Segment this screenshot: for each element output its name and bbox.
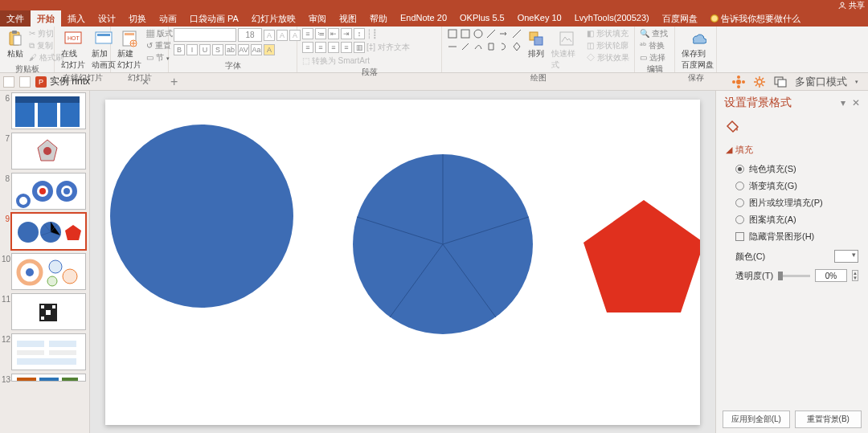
opt-hide-bg-graphics[interactable]: 隐藏背景图形(H) xyxy=(726,228,858,245)
transparency-value[interactable]: 0% xyxy=(815,269,847,282)
tab-pocket-pa[interactable]: 口袋动画 PA xyxy=(183,10,245,27)
online-slides-button[interactable]: HOT 在线 幻灯片 xyxy=(59,28,87,72)
new-slide-button[interactable]: 新建 幻灯片 xyxy=(116,28,143,72)
shadow-button: ab xyxy=(225,44,236,55)
fill-section-header[interactable]: ◢ 填充 xyxy=(726,144,858,156)
tab-insert[interactable]: 插入 xyxy=(61,10,92,27)
slide[interactable] xyxy=(105,100,700,425)
opt-solid-fill[interactable]: 纯色填充(S) xyxy=(726,161,858,178)
checkbox-icon xyxy=(735,232,744,241)
svg-point-21 xyxy=(757,80,762,84)
panel-dropdown-button[interactable]: ▾ xyxy=(841,97,845,108)
window-icon[interactable] xyxy=(774,76,787,88)
color-label: 颜色(C) xyxy=(735,251,765,263)
svg-rect-54 xyxy=(39,378,59,382)
close-tab-button[interactable]: ✕ xyxy=(141,76,149,88)
thumbnail-10[interactable] xyxy=(11,253,86,290)
flower-icon[interactable] xyxy=(732,76,745,88)
opt-gradient-fill[interactable]: 渐变填充(G) xyxy=(726,178,858,194)
tab-slideshow[interactable]: 幻灯片放映 xyxy=(245,10,302,27)
shape-pentagon[interactable] xyxy=(583,200,700,312)
svg-rect-49 xyxy=(49,341,76,347)
tab-lvyh[interactable]: LvyhTools(200523) xyxy=(568,10,656,27)
svg-point-34 xyxy=(18,195,29,206)
paste-icon xyxy=(6,30,24,47)
new-tab-button[interactable]: + xyxy=(170,75,178,89)
svg-rect-50 xyxy=(17,350,44,355)
font-color-button: A xyxy=(264,44,275,55)
paste-button[interactable]: 粘贴 xyxy=(5,28,26,61)
tab-okplus[interactable]: OKPlus 5.5 xyxy=(453,10,511,27)
shape-circle-segmented[interactable] xyxy=(353,154,533,334)
svg-rect-14 xyxy=(534,37,542,45)
font-name-combo xyxy=(174,28,236,42)
fill-tab-icon[interactable] xyxy=(724,118,740,134)
thumbnail-13[interactable] xyxy=(11,374,86,382)
line-spacing-button: ↕ xyxy=(354,28,365,39)
tab-baidu[interactable]: 百度网盘 xyxy=(656,10,704,27)
select-button[interactable]: ▭ 选择 xyxy=(640,52,668,63)
tab-transitions[interactable]: 切换 xyxy=(122,10,153,27)
convert-smartart-button: ⬚ 转换为 SmartArt xyxy=(302,55,370,67)
opt-picture-fill[interactable]: 图片或纹理填充(P) xyxy=(726,194,858,211)
thumbnail-8[interactable] xyxy=(11,173,86,210)
tab-home[interactable]: 开始 xyxy=(31,10,61,27)
shapes-gallery[interactable] xyxy=(447,28,522,52)
multi-window-caret[interactable]: ▾ xyxy=(855,79,858,85)
shape-circle-solid[interactable] xyxy=(110,125,293,308)
reset-bg-button[interactable]: 重置背景(B) xyxy=(795,411,862,428)
svg-point-39 xyxy=(26,268,34,276)
tab-onekey[interactable]: OneKey 10 xyxy=(511,10,568,27)
svg-point-19 xyxy=(732,80,735,84)
opt-pattern-fill[interactable]: 图案填充(A) xyxy=(726,211,858,228)
thumbnail-7[interactable] xyxy=(11,133,86,170)
thumbnail-9[interactable] xyxy=(11,213,86,250)
slide-canvas-area[interactable] xyxy=(90,91,715,433)
columns-button: ▥ xyxy=(354,42,365,53)
document-tab[interactable]: P 实例 nntx ✕ xyxy=(35,75,149,88)
find-button[interactable]: 🔍 查找 xyxy=(640,28,668,39)
svg-point-40 xyxy=(49,260,62,273)
transparency-spinner[interactable]: ▲▼ xyxy=(852,270,858,281)
arrange-icon xyxy=(527,30,545,47)
thumbnail-6[interactable] xyxy=(11,92,86,129)
new-anim-page-icon xyxy=(95,30,113,47)
multi-window-label[interactable]: 多窗口模式 xyxy=(795,75,847,89)
tab-review[interactable]: 审阅 xyxy=(302,10,333,27)
panel-close-button[interactable]: ✕ xyxy=(852,97,860,108)
replace-button[interactable]: ᵃᵇ 替换 xyxy=(640,40,668,51)
tab-animations[interactable]: 动画 xyxy=(153,10,183,27)
share-button[interactable]: 共享 xyxy=(838,0,865,11)
svg-rect-46 xyxy=(41,317,44,320)
svg-point-31 xyxy=(39,188,46,194)
group-editing: 🔍 查找 ᵃᵇ 替换 ▭ 选择 编辑 xyxy=(635,27,675,72)
svg-point-42 xyxy=(47,276,57,286)
group-save: 保存到 百度网盘 保存 xyxy=(675,27,717,72)
numbering-button: ≔ xyxy=(315,28,326,39)
tab-design[interactable]: 设计 xyxy=(92,10,122,27)
qat-button-1[interactable] xyxy=(3,76,14,88)
thumbnail-12[interactable] xyxy=(11,333,86,370)
tab-file[interactable]: 文件 xyxy=(0,10,31,27)
ribbon: 粘贴 ✂ 剪切 ⧉ 复制 🖌 格式刷 剪贴板 HOT 在线 幻灯片 新加 xyxy=(0,27,868,73)
thumbnail-11[interactable] xyxy=(11,293,86,330)
svg-rect-27 xyxy=(15,96,80,103)
arrange-button[interactable]: 排列 xyxy=(526,28,547,61)
bold-button: B xyxy=(174,44,185,55)
svg-point-16 xyxy=(736,80,741,84)
tab-view[interactable]: 视图 xyxy=(333,10,363,27)
indent-dec-button: ⇤ xyxy=(328,28,339,39)
apply-all-button[interactable]: 应用到全部(L) xyxy=(723,411,790,428)
online-slides-icon: HOT xyxy=(64,30,82,47)
tab-help[interactable]: 帮助 xyxy=(363,10,394,27)
transparency-label: 透明度(T) xyxy=(735,270,773,282)
quick-styles-button: 快速样式 xyxy=(550,28,583,72)
gear-icon[interactable] xyxy=(753,76,766,88)
color-picker[interactable] xyxy=(834,250,858,263)
tab-endnote[interactable]: EndNote 20 xyxy=(394,10,453,27)
group-font: 18 A A A B I U S ab AV Aa A 字体 xyxy=(169,27,297,72)
transparency-slider[interactable] xyxy=(778,275,810,277)
qat-button-2[interactable] xyxy=(19,76,31,88)
tell-me[interactable]: 告诉我你想要做什么 xyxy=(704,10,800,27)
save-baidu-button[interactable]: 保存到 百度网盘 xyxy=(680,28,715,72)
